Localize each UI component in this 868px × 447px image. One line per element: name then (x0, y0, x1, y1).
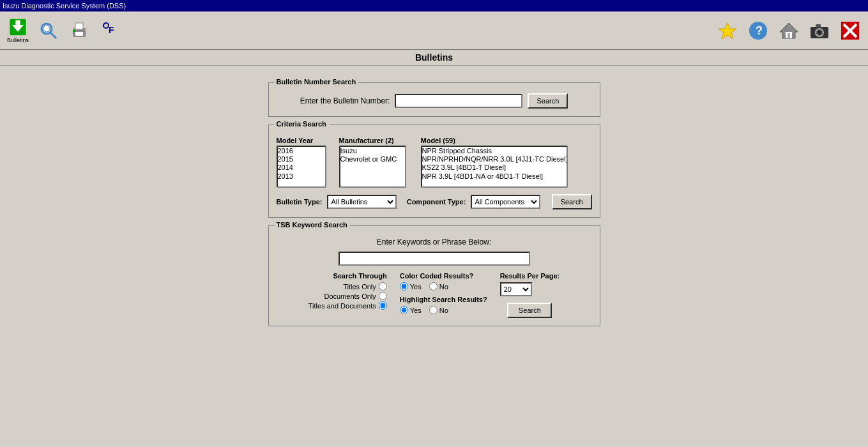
bulletin-number-legend: Bulletin Number Search (274, 78, 359, 86)
criteria-bottom-row: Bulletin Type: All Bulletins Component T… (277, 194, 592, 209)
bulletin-number-label: Enter the Bulletin Number: (300, 96, 390, 105)
documents-only-radio[interactable] (379, 292, 387, 300)
titles-and-documents-label: Titles and Documents (308, 302, 376, 310)
svg-point-20 (818, 31, 821, 34)
manufacturer-col: Manufacturer (2) Isuzu Chevrolet or GMC (339, 137, 416, 188)
help-icon[interactable]: ? (745, 18, 771, 43)
color-coded-no-label: No (439, 283, 448, 291)
color-coded-yes-radio[interactable] (400, 282, 408, 291)
svg-rect-9 (73, 30, 75, 32)
camera-icon[interactable] (807, 18, 832, 43)
manufacturer-header: Manufacturer (2) (339, 137, 416, 144)
keyword-input[interactable] (339, 252, 530, 266)
app-title: Isuzu Diagnostic Service System (DSS) (3, 2, 126, 10)
model-option-2: NPR/NPRHD/NQR/NRR 3.0L [4JJ1-TC Diesel] (422, 155, 567, 163)
temperature-icon[interactable]: F (97, 18, 123, 43)
model-option-1: NPR Stripped Chassis (422, 147, 567, 155)
svg-line-5 (50, 33, 56, 38)
results-per-page-row: 20 50 100 (500, 282, 560, 296)
highlight-no-label: No (439, 307, 448, 314)
svg-text:F: F (109, 25, 114, 35)
results-per-page-label: Results Per Page: (500, 272, 560, 280)
criteria-search-panel: Criteria Search Model Year 2016 2015 201… (268, 125, 600, 218)
documents-only-row: Documents Only (308, 292, 387, 300)
criteria-search-legend: Criteria Search (274, 120, 329, 128)
highlight-yes-radio[interactable] (400, 306, 408, 314)
tsb-search-button[interactable]: Search (507, 303, 552, 318)
toolbar-left: Bulletins F (5, 18, 123, 43)
model-option-3: KS22 3.9L [4BD1-T Diesel] (422, 163, 567, 172)
svg-rect-17 (788, 33, 790, 38)
title-bar: Isuzu Diagnostic Service System (DSS) (0, 0, 868, 11)
model-year-option-2015: 2015 (278, 155, 325, 163)
highlight-no-radio[interactable] (429, 306, 438, 314)
color-coded-label: Color Coded Results? (400, 272, 487, 280)
svg-point-4 (43, 26, 50, 32)
criteria-header: Model Year 2016 2015 2014 2013 Manufactu… (277, 137, 592, 188)
manufacturer-list[interactable]: Isuzu Chevrolet or GMC (339, 146, 406, 188)
bulletin-number-input[interactable] (395, 94, 522, 108)
model-year-option-2013: 2013 (278, 172, 325, 181)
page-title: Bulletins (0, 50, 868, 66)
color-coded-row: Yes No (400, 282, 487, 291)
manufacturer-option-isuzu: Isuzu (340, 147, 405, 155)
bulletin-type-label: Bulletin Type: (277, 198, 323, 206)
component-type-select[interactable]: All Components (471, 195, 540, 209)
keyword-label: Enter Keywords or Phrase Below: (277, 238, 592, 246)
svg-rect-8 (75, 32, 83, 36)
documents-only-label: Documents Only (324, 292, 376, 300)
criteria-search-button[interactable]: Search (552, 194, 592, 209)
titles-only-label: Titles Only (343, 283, 376, 291)
home-icon[interactable] (776, 18, 802, 43)
results-col: Results Per Page: 20 50 100 Search (500, 272, 560, 318)
main-content: Bulletin Number Search Enter the Bulleti… (0, 66, 868, 446)
titles-only-radio[interactable] (379, 282, 387, 291)
bulletin-number-search-panel: Bulletin Number Search Enter the Bulleti… (268, 82, 600, 117)
model-year-list[interactable]: 2016 2015 2014 2013 (277, 146, 326, 188)
svg-point-10 (103, 23, 109, 28)
model-header: Model (59) (421, 137, 592, 144)
download-icon[interactable]: Bulletins (5, 18, 31, 43)
color-coded-col: Color Coded Results? Yes No (400, 272, 487, 314)
titles-and-documents-row: Titles and Documents (308, 301, 387, 310)
tsb-keyword-legend: TSB Keyword Search (274, 221, 350, 229)
bulletin-number-search-button[interactable]: Search (528, 93, 568, 109)
print-icon[interactable] (66, 18, 92, 43)
close-icon[interactable] (837, 18, 863, 43)
bulletin-type-select[interactable]: All Bulletins (327, 195, 396, 209)
svg-rect-21 (816, 24, 821, 27)
color-coded-yes-label: Yes (410, 283, 422, 291)
component-type-label: Component Type: (407, 198, 466, 206)
highlight-row: Yes No (400, 306, 487, 314)
highlight-label: Highlight Search Results? (400, 296, 487, 303)
download-icon-label: Bulletins (7, 37, 29, 43)
highlight-yes-label: Yes (410, 307, 422, 314)
manufacturer-option-chevrolet: Chevrolet or GMC (340, 155, 405, 163)
model-year-header: Model Year (277, 137, 334, 144)
bulletin-number-row: Enter the Bulletin Number: Search (277, 93, 592, 109)
tsb-keyword-search-panel: TSB Keyword Search Enter Keywords or Phr… (268, 225, 600, 326)
model-list[interactable]: NPR Stripped Chassis NPR/NPRHD/NQR/NRR 3… (421, 146, 568, 188)
model-year-option-2016: 2016 (278, 147, 325, 155)
svg-rect-2 (15, 20, 20, 26)
svg-text:?: ? (756, 24, 763, 37)
search-toolbar-icon[interactable] (36, 18, 61, 43)
svg-rect-7 (75, 23, 83, 29)
favorites-icon[interactable] (715, 18, 740, 43)
model-option-4: NPR 3.9L [4BD1-NA or 4BD1-T Diesel] (422, 172, 567, 181)
model-col: Model (59) NPR Stripped Chassis NPR/NPRH… (421, 137, 592, 188)
titles-only-row: Titles Only (308, 282, 387, 291)
model-year-option-2014: 2014 (278, 163, 325, 172)
color-coded-no-radio[interactable] (429, 282, 438, 291)
model-year-col: Model Year 2016 2015 2014 2013 (277, 137, 334, 188)
svg-marker-12 (719, 23, 736, 39)
results-per-page-select[interactable]: 20 50 100 (500, 282, 532, 296)
keyword-input-row (277, 252, 592, 266)
search-through-col: Search Through Titles Only Documents Onl… (308, 272, 387, 311)
titles-and-documents-radio[interactable] (379, 301, 387, 310)
toolbar-right: ? (715, 18, 863, 43)
toolbar: Bulletins F (0, 11, 868, 50)
search-through-label: Search Through (333, 272, 386, 280)
